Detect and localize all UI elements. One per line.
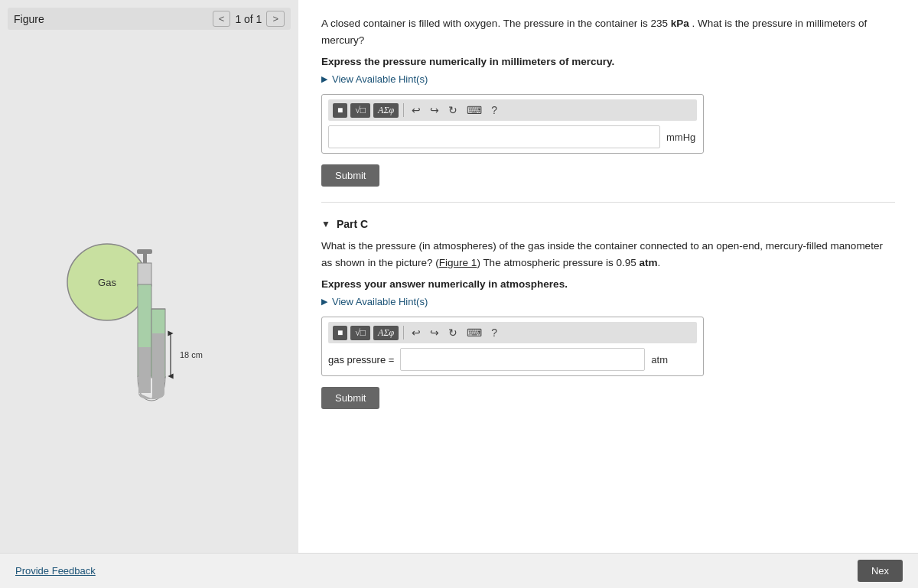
part-c-section: ▼ Part C What is the pressure (in atmosp… xyxy=(321,218,895,409)
part-b-matrix-btn[interactable]: ■ xyxy=(333,103,347,118)
part-c-hint-label: View Available Hint(s) xyxy=(332,296,428,307)
part-b-unit: mmHg xyxy=(666,132,697,143)
part-c-hint-toggle[interactable]: ▶ View Available Hint(s) xyxy=(321,296,895,307)
part-c-title: Part C xyxy=(337,218,368,230)
svg-rect-7 xyxy=(138,347,151,393)
figure-header: Figure < 1 of 1 > xyxy=(8,8,291,30)
hint-arrow-icon: ▶ xyxy=(321,74,327,84)
part-b-redo-btn[interactable]: ↪ xyxy=(427,102,442,118)
part-b-answer-input[interactable] xyxy=(328,125,660,148)
part-b-hint-toggle[interactable]: ▶ View Available Hint(s) xyxy=(321,73,895,85)
figure-count: 1 of 1 xyxy=(235,13,262,25)
part-b-input-container: ■ √□ ΑΣφ ↩ ↪ ↻ ⌨ ? mmHg xyxy=(321,94,704,154)
part-c-toolbar-sep xyxy=(403,326,404,339)
part-c-answer-input[interactable] xyxy=(400,348,645,371)
svg-text:Gas: Gas xyxy=(98,277,116,288)
part-c-input-container: ■ √□ ΑΣφ ↩ ↪ ↻ ⌨ ? gas pressure = atm xyxy=(321,317,704,376)
figure-canvas: Gas xyxy=(8,37,291,580)
part-c-redo-btn[interactable]: ↪ xyxy=(427,325,442,340)
part-c-input-row: gas pressure = atm xyxy=(328,348,697,371)
part-b-toolbar: ■ √□ ΑΣφ ↩ ↪ ↻ ⌨ ? xyxy=(328,99,697,121)
part-b-refresh-btn[interactable]: ↻ xyxy=(445,102,461,118)
part-b-symbol-btn[interactable]: ΑΣφ xyxy=(373,103,399,118)
next-button[interactable]: Nex xyxy=(858,560,903,582)
part-b-instruction: Express the pressure numerically in mill… xyxy=(321,56,895,67)
part-b-undo-btn[interactable]: ↩ xyxy=(409,102,424,118)
part-c-header: ▼ Part C xyxy=(321,218,895,230)
part-b-input-row: mmHg xyxy=(328,125,697,148)
svg-rect-2 xyxy=(138,263,151,286)
part-c-instruction: Express your answer numerically in atmos… xyxy=(321,278,895,290)
part-b-hint-label: View Available Hint(s) xyxy=(332,73,428,85)
part-c-collapse-icon[interactable]: ▼ xyxy=(321,219,330,229)
part-b-keyboard-btn[interactable]: ⌨ xyxy=(464,102,485,118)
part-c-unit: atm xyxy=(651,354,682,365)
toolbar-sep-1 xyxy=(403,103,404,117)
part-b-section: A closed container is filled with oxygen… xyxy=(321,15,895,203)
part-b-sqrt-btn[interactable]: √□ xyxy=(350,103,370,118)
svg-text:18 cm: 18 cm xyxy=(180,350,203,359)
part-c-hint-arrow-icon: ▶ xyxy=(321,297,327,307)
part-c-question: What is the pressure (in atmospheres) of… xyxy=(321,238,895,271)
part-c-keyboard-btn[interactable]: ⌨ xyxy=(464,325,485,340)
part-c-help-btn[interactable]: ? xyxy=(488,325,500,340)
figure-label: Figure xyxy=(14,13,44,25)
footer-bar: Provide Feedback Nex xyxy=(0,553,918,588)
part-c-symbol-btn[interactable]: ΑΣφ xyxy=(373,326,399,340)
part-b-submit-button[interactable]: Submit xyxy=(321,164,379,187)
gas-pressure-label: gas pressure = xyxy=(328,354,394,365)
part-c-submit-button[interactable]: Submit xyxy=(321,387,379,409)
feedback-link[interactable]: Provide Feedback xyxy=(15,565,96,577)
part-c-sqrt-btn[interactable]: √□ xyxy=(350,326,370,340)
part-b-question: A closed container is filled with oxygen… xyxy=(321,15,895,48)
part-b-help-btn[interactable]: ? xyxy=(488,102,500,118)
part-c-matrix-btn[interactable]: ■ xyxy=(333,326,347,340)
manometer-figure: Gas xyxy=(57,164,241,454)
part-c-refresh-btn[interactable]: ↻ xyxy=(445,325,461,340)
figure-panel: Figure < 1 of 1 > Gas xyxy=(0,0,298,588)
figure-prev-button[interactable]: < xyxy=(213,11,231,27)
part-c-toolbar: ■ √□ ΑΣφ ↩ ↪ ↻ ⌨ ? xyxy=(328,322,697,343)
figure-next-button[interactable]: > xyxy=(266,11,285,27)
svg-rect-4 xyxy=(137,249,152,254)
right-panel: A closed container is filled with oxygen… xyxy=(298,0,918,588)
part-c-undo-btn[interactable]: ↩ xyxy=(409,325,424,340)
